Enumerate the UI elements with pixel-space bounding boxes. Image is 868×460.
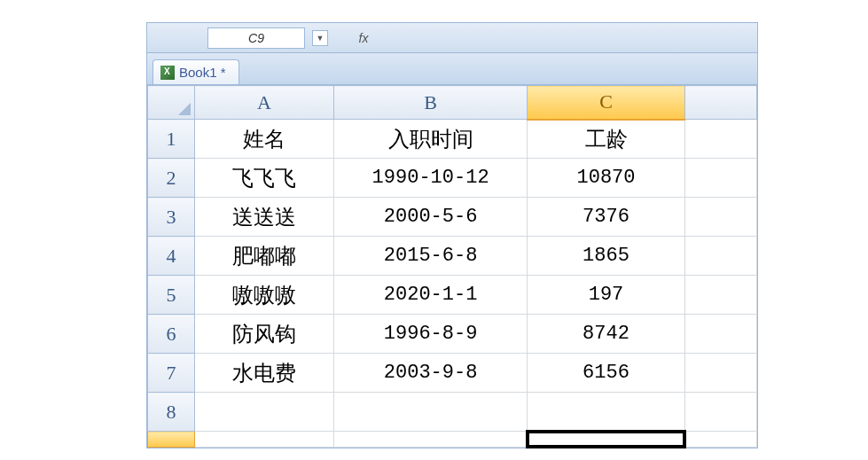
cell-b4[interactable]: 2015-6-8 xyxy=(334,237,528,276)
cell-c1[interactable]: 工龄 xyxy=(528,120,685,159)
cell-c6[interactable]: 8742 xyxy=(528,315,685,354)
workbook-tab-label: Book1 * xyxy=(179,65,226,80)
cell-a8[interactable] xyxy=(194,393,333,432)
row-header-4[interactable]: 4 xyxy=(148,237,195,276)
cell-b6[interactable]: 1996-8-9 xyxy=(334,315,528,354)
fx-button[interactable]: fx xyxy=(353,29,374,47)
col-header-c[interactable]: C xyxy=(528,86,685,120)
cell-a7[interactable]: 水电费 xyxy=(194,354,333,393)
cell-d8[interactable] xyxy=(684,393,756,432)
row-header-1[interactable]: 1 xyxy=(148,120,195,159)
cell-b8[interactable] xyxy=(334,393,528,432)
cell-d1[interactable] xyxy=(684,120,756,159)
cell-d2[interactable] xyxy=(684,159,756,198)
excel-window: C9 ▼ fx Book1 * A B C 1 姓名 入职时间 工龄 xyxy=(146,22,758,448)
col-header-a[interactable]: A xyxy=(194,86,333,120)
cell-d3[interactable] xyxy=(684,198,756,237)
row-header-2[interactable]: 2 xyxy=(148,159,195,198)
spreadsheet-grid[interactable]: A B C 1 姓名 入职时间 工龄 2 飞飞飞 1990-10-12 1087… xyxy=(147,85,757,448)
cell-b9[interactable] xyxy=(334,432,528,448)
row-header-9[interactable] xyxy=(148,432,195,448)
cell-b3[interactable]: 2000-5-6 xyxy=(334,198,528,237)
cell-c9[interactable] xyxy=(528,432,685,448)
cell-a3[interactable]: 送送送 xyxy=(194,198,333,237)
formula-bar: C9 ▼ fx xyxy=(147,23,757,53)
col-header-d[interactable] xyxy=(684,86,756,120)
cell-d5[interactable] xyxy=(684,276,756,315)
row-header-8[interactable]: 8 xyxy=(148,393,195,432)
cell-c2[interactable]: 10870 xyxy=(528,159,685,198)
workbook-tab-bar: Book1 * xyxy=(147,53,757,85)
name-box[interactable]: C9 xyxy=(207,27,305,49)
cell-d7[interactable] xyxy=(684,354,756,393)
name-box-dropdown[interactable]: ▼ xyxy=(312,30,328,46)
row-header-7[interactable]: 7 xyxy=(148,354,195,393)
cell-a4[interactable]: 肥嘟嘟 xyxy=(194,237,333,276)
cell-d4[interactable] xyxy=(684,237,756,276)
cell-c5[interactable]: 197 xyxy=(528,276,685,315)
cell-c7[interactable]: 6156 xyxy=(528,354,685,393)
cell-b5[interactable]: 2020-1-1 xyxy=(334,276,528,315)
cell-b7[interactable]: 2003-9-8 xyxy=(334,354,528,393)
row-header-3[interactable]: 3 xyxy=(148,198,195,237)
cell-c3[interactable]: 7376 xyxy=(528,198,685,237)
cell-a6[interactable]: 防风钩 xyxy=(194,315,333,354)
workbook-tab[interactable]: Book1 * xyxy=(152,59,239,84)
cell-b2[interactable]: 1990-10-12 xyxy=(334,159,528,198)
select-all-corner[interactable] xyxy=(148,86,195,120)
excel-icon xyxy=(160,66,175,80)
cell-c8[interactable] xyxy=(528,393,685,432)
cell-d6[interactable] xyxy=(684,315,756,354)
fx-area: fx xyxy=(353,29,374,47)
cell-a5[interactable]: 嗷嗷嗷 xyxy=(194,276,333,315)
cell-b1[interactable]: 入职时间 xyxy=(334,120,528,159)
cell-a9[interactable] xyxy=(194,432,333,448)
col-header-b[interactable]: B xyxy=(334,86,528,120)
row-header-5[interactable]: 5 xyxy=(148,276,195,315)
cell-d9[interactable] xyxy=(684,432,756,448)
cell-a1[interactable]: 姓名 xyxy=(194,120,333,159)
row-header-6[interactable]: 6 xyxy=(148,315,195,354)
cell-c4[interactable]: 1865 xyxy=(528,237,685,276)
cell-a2[interactable]: 飞飞飞 xyxy=(194,159,333,198)
